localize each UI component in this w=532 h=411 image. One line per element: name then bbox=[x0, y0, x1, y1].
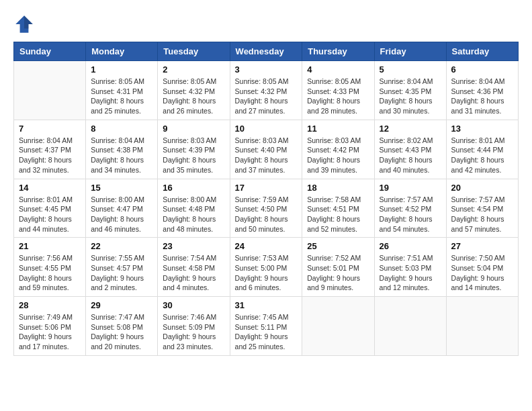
calendar-day-cell: 4Sunrise: 8:05 AMSunset: 4:33 PMDaylight… bbox=[302, 61, 374, 120]
day-number: 12 bbox=[380, 124, 441, 134]
day-info: Sunrise: 8:03 AMSunset: 4:40 PMDaylight:… bbox=[235, 136, 298, 175]
calendar-day-cell: 20Sunrise: 7:57 AMSunset: 4:54 PMDayligh… bbox=[446, 179, 518, 238]
day-info: Sunrise: 8:04 AMSunset: 4:35 PMDaylight:… bbox=[380, 77, 441, 116]
page-header bbox=[13, 13, 519, 35]
day-info: Sunrise: 8:05 AMSunset: 4:31 PMDaylight:… bbox=[91, 77, 152, 116]
calendar-day-cell: 18Sunrise: 7:58 AMSunset: 4:51 PMDayligh… bbox=[302, 179, 374, 238]
day-number: 3 bbox=[235, 64, 298, 75]
weekday-header: Friday bbox=[374, 42, 446, 61]
calendar-day-cell: 26Sunrise: 7:51 AMSunset: 5:03 PMDayligh… bbox=[374, 238, 446, 297]
day-info: Sunrise: 7:52 AMSunset: 5:01 PMDaylight:… bbox=[307, 253, 369, 293]
day-info: Sunrise: 8:04 AMSunset: 4:37 PMDaylight:… bbox=[19, 136, 81, 175]
day-number: 4 bbox=[307, 64, 369, 75]
day-number: 21 bbox=[19, 241, 81, 251]
day-number: 27 bbox=[451, 241, 513, 251]
day-info: Sunrise: 8:00 AMSunset: 4:48 PMDaylight:… bbox=[163, 195, 224, 234]
calendar-day-cell: 24Sunrise: 7:53 AMSunset: 5:00 PMDayligh… bbox=[230, 238, 302, 297]
weekday-header: Monday bbox=[86, 42, 158, 61]
calendar-day-cell: 31Sunrise: 7:45 AMSunset: 5:11 PMDayligh… bbox=[230, 297, 302, 356]
calendar-day-cell: 12Sunrise: 8:02 AMSunset: 4:43 PMDayligh… bbox=[374, 120, 446, 179]
day-info: Sunrise: 7:58 AMSunset: 4:51 PMDaylight:… bbox=[307, 195, 369, 234]
day-number: 16 bbox=[163, 183, 224, 193]
calendar-week-row: 28Sunrise: 7:49 AMSunset: 5:06 PMDayligh… bbox=[14, 297, 519, 356]
day-info: Sunrise: 8:05 AMSunset: 4:32 PMDaylight:… bbox=[163, 77, 224, 116]
weekday-header-row: SundayMondayTuesdayWednesdayThursdayFrid… bbox=[14, 42, 519, 61]
calendar-day-cell: 27Sunrise: 7:50 AMSunset: 5:04 PMDayligh… bbox=[446, 238, 518, 297]
day-info: Sunrise: 8:02 AMSunset: 4:43 PMDaylight:… bbox=[380, 136, 441, 175]
calendar-day-cell bbox=[302, 297, 374, 356]
weekday-header: Wednesday bbox=[230, 42, 302, 61]
day-number: 23 bbox=[163, 241, 224, 251]
day-info: Sunrise: 7:49 AMSunset: 5:06 PMDaylight:… bbox=[19, 312, 81, 352]
day-info: Sunrise: 7:57 AMSunset: 4:52 PMDaylight:… bbox=[380, 195, 441, 234]
day-info: Sunrise: 8:03 AMSunset: 4:39 PMDaylight:… bbox=[163, 136, 224, 175]
day-info: Sunrise: 8:03 AMSunset: 4:42 PMDaylight:… bbox=[307, 136, 369, 175]
day-number: 13 bbox=[451, 124, 513, 134]
day-info: Sunrise: 7:56 AMSunset: 4:55 PMDaylight:… bbox=[19, 253, 81, 293]
logo-icon bbox=[13, 13, 35, 35]
day-number: 5 bbox=[380, 64, 441, 75]
day-info: Sunrise: 7:47 AMSunset: 5:08 PMDaylight:… bbox=[91, 312, 152, 352]
day-info: Sunrise: 7:51 AMSunset: 5:03 PMDaylight:… bbox=[380, 253, 441, 293]
calendar-day-cell: 28Sunrise: 7:49 AMSunset: 5:06 PMDayligh… bbox=[14, 297, 86, 356]
day-number: 29 bbox=[91, 300, 152, 310]
calendar-day-cell: 1Sunrise: 8:05 AMSunset: 4:31 PMDaylight… bbox=[86, 61, 158, 120]
calendar-day-cell: 11Sunrise: 8:03 AMSunset: 4:42 PMDayligh… bbox=[302, 120, 374, 179]
day-info: Sunrise: 7:46 AMSunset: 5:09 PMDaylight:… bbox=[163, 312, 224, 352]
weekday-header: Saturday bbox=[446, 42, 518, 61]
calendar-day-cell: 21Sunrise: 7:56 AMSunset: 4:55 PMDayligh… bbox=[14, 238, 86, 297]
day-number: 8 bbox=[91, 124, 152, 134]
day-info: Sunrise: 7:45 AMSunset: 5:11 PMDaylight:… bbox=[235, 312, 298, 352]
calendar-day-cell bbox=[374, 297, 446, 356]
calendar-day-cell bbox=[446, 297, 518, 356]
calendar-week-row: 14Sunrise: 8:01 AMSunset: 4:45 PMDayligh… bbox=[14, 179, 519, 238]
calendar-day-cell: 8Sunrise: 8:04 AMSunset: 4:38 PMDaylight… bbox=[86, 120, 158, 179]
day-info: Sunrise: 8:04 AMSunset: 4:36 PMDaylight:… bbox=[451, 77, 513, 116]
calendar-day-cell: 29Sunrise: 7:47 AMSunset: 5:08 PMDayligh… bbox=[86, 297, 158, 356]
calendar-day-cell bbox=[14, 61, 86, 120]
day-number: 25 bbox=[307, 241, 369, 251]
day-number: 30 bbox=[163, 300, 224, 310]
day-number: 1 bbox=[91, 64, 152, 75]
weekday-header: Tuesday bbox=[158, 42, 230, 61]
day-number: 10 bbox=[235, 124, 298, 134]
day-info: Sunrise: 7:57 AMSunset: 4:54 PMDaylight:… bbox=[451, 195, 513, 234]
day-number: 18 bbox=[307, 183, 369, 193]
calendar-week-row: 1Sunrise: 8:05 AMSunset: 4:31 PMDaylight… bbox=[14, 61, 519, 120]
calendar-day-cell: 9Sunrise: 8:03 AMSunset: 4:39 PMDaylight… bbox=[158, 120, 230, 179]
day-number: 7 bbox=[19, 124, 81, 134]
calendar-day-cell: 25Sunrise: 7:52 AMSunset: 5:01 PMDayligh… bbox=[302, 238, 374, 297]
calendar-day-cell: 16Sunrise: 8:00 AMSunset: 4:48 PMDayligh… bbox=[158, 179, 230, 238]
day-number: 14 bbox=[19, 183, 81, 193]
day-number: 11 bbox=[307, 124, 369, 134]
calendar-day-cell: 13Sunrise: 8:01 AMSunset: 4:44 PMDayligh… bbox=[446, 120, 518, 179]
weekday-header: Sunday bbox=[14, 42, 86, 61]
calendar-week-row: 21Sunrise: 7:56 AMSunset: 4:55 PMDayligh… bbox=[14, 238, 519, 297]
day-info: Sunrise: 8:05 AMSunset: 4:32 PMDaylight:… bbox=[235, 77, 298, 116]
calendar-day-cell: 15Sunrise: 8:00 AMSunset: 4:47 PMDayligh… bbox=[86, 179, 158, 238]
day-number: 28 bbox=[19, 300, 81, 310]
calendar-day-cell: 17Sunrise: 7:59 AMSunset: 4:50 PMDayligh… bbox=[230, 179, 302, 238]
day-info: Sunrise: 7:59 AMSunset: 4:50 PMDaylight:… bbox=[235, 195, 298, 234]
day-info: Sunrise: 8:01 AMSunset: 4:44 PMDaylight:… bbox=[451, 136, 513, 175]
day-number: 2 bbox=[163, 64, 224, 75]
calendar-day-cell: 19Sunrise: 7:57 AMSunset: 4:52 PMDayligh… bbox=[374, 179, 446, 238]
calendar-day-cell: 30Sunrise: 7:46 AMSunset: 5:09 PMDayligh… bbox=[158, 297, 230, 356]
day-info: Sunrise: 7:55 AMSunset: 4:57 PMDaylight:… bbox=[91, 253, 152, 293]
calendar-day-cell: 10Sunrise: 8:03 AMSunset: 4:40 PMDayligh… bbox=[230, 120, 302, 179]
day-number: 24 bbox=[235, 241, 298, 251]
day-number: 6 bbox=[451, 64, 513, 75]
logo bbox=[13, 13, 36, 35]
day-number: 20 bbox=[451, 183, 513, 193]
day-info: Sunrise: 8:01 AMSunset: 4:45 PMDaylight:… bbox=[19, 195, 81, 234]
calendar-day-cell: 22Sunrise: 7:55 AMSunset: 4:57 PMDayligh… bbox=[86, 238, 158, 297]
calendar-day-cell: 3Sunrise: 8:05 AMSunset: 4:32 PMDaylight… bbox=[230, 61, 302, 120]
day-number: 19 bbox=[380, 183, 441, 193]
calendar-day-cell: 7Sunrise: 8:04 AMSunset: 4:37 PMDaylight… bbox=[14, 120, 86, 179]
calendar-day-cell: 5Sunrise: 8:04 AMSunset: 4:35 PMDaylight… bbox=[374, 61, 446, 120]
calendar-table: SundayMondayTuesdayWednesdayThursdayFrid… bbox=[13, 42, 519, 356]
day-number: 17 bbox=[235, 183, 298, 193]
day-info: Sunrise: 7:53 AMSunset: 5:00 PMDaylight:… bbox=[235, 253, 298, 293]
weekday-header: Thursday bbox=[302, 42, 374, 61]
day-number: 22 bbox=[91, 241, 152, 251]
